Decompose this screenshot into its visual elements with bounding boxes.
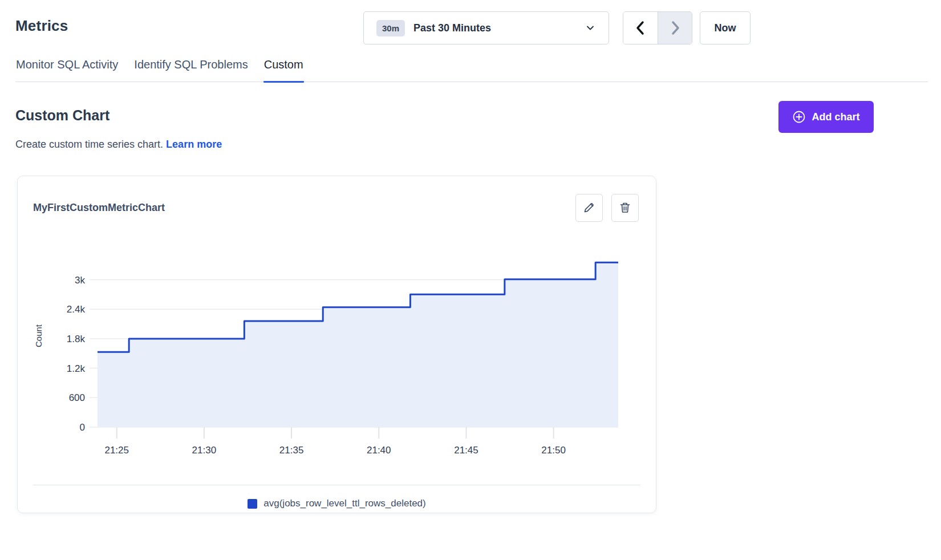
section-heading: Custom Chart	[15, 107, 109, 124]
chart-title: MyFirstCustomMetricChart	[33, 202, 165, 214]
y-axis-title: Count	[34, 324, 43, 347]
time-range-label: Past 30 Minutes	[413, 22, 586, 34]
page-title: Metrics	[15, 17, 68, 35]
custom-chart-card: MyFirstCustomMetricChart 06001.2k1.8k2.4…	[17, 176, 656, 513]
time-range-dropdown[interactable]: 30m Past 30 Minutes	[363, 11, 609, 44]
legend-swatch	[248, 499, 257, 509]
pencil-icon	[583, 201, 595, 214]
time-step-buttons	[623, 11, 692, 44]
prev-range-button[interactable]	[623, 12, 658, 44]
next-range-button[interactable]	[658, 12, 692, 44]
chevron-left-icon	[634, 21, 647, 35]
chevron-right-icon	[669, 21, 682, 35]
x-tick-label: 21:25	[104, 445, 129, 456]
trash-icon	[619, 201, 631, 214]
metrics-page: Metrics 30m Past 30 Minutes Now Monitor …	[0, 0, 941, 560]
edit-chart-button[interactable]	[575, 194, 603, 222]
x-tick-label: 21:35	[279, 445, 304, 456]
card-divider	[33, 485, 640, 485]
learn-more-link[interactable]: Learn more	[166, 139, 222, 150]
plus-circle-icon	[792, 110, 806, 124]
chart-actions	[575, 194, 639, 222]
section-description: Create custom time series chart. Learn m…	[15, 139, 222, 151]
x-tick-label: 21:30	[192, 445, 217, 456]
x-tick-label: 21:40	[367, 445, 391, 456]
y-tick-label: 1.8k	[67, 334, 86, 344]
y-tick-label: 0	[80, 422, 85, 433]
legend-label: avg(jobs_row_level_ttl_rows_deleted)	[263, 498, 425, 509]
custom-chart-svg[interactable]: 06001.2k1.8k2.4k3kCount21:2521:3021:3521…	[18, 232, 657, 463]
tab-identify-sql-problems[interactable]: Identify SQL Problems	[133, 57, 248, 82]
y-tick-label: 3k	[75, 275, 85, 286]
x-tick-label: 21:50	[541, 445, 566, 456]
y-tick-label: 2.4k	[67, 304, 86, 315]
tab-monitor-sql-activity[interactable]: Monitor SQL Activity	[15, 57, 119, 82]
add-chart-label: Add chart	[812, 111, 859, 123]
x-tick-label: 21:45	[454, 445, 478, 456]
y-tick-label: 1.2k	[67, 363, 86, 374]
chevron-down-icon	[586, 23, 595, 33]
delete-chart-button[interactable]	[611, 194, 639, 222]
now-button[interactable]: Now	[700, 11, 751, 44]
chart-card-header: MyFirstCustomMetricChart	[18, 176, 656, 222]
time-range-badge: 30m	[376, 20, 405, 36]
chart-legend[interactable]: avg(jobs_row_level_ttl_rows_deleted)	[18, 498, 656, 509]
y-tick-label: 600	[69, 392, 85, 403]
metrics-tabs: Monitor SQL Activity Identify SQL Proble…	[15, 57, 928, 82]
tab-custom[interactable]: Custom	[263, 57, 304, 82]
add-chart-button[interactable]: Add chart	[778, 101, 874, 133]
section-description-text: Create custom time series chart.	[15, 139, 163, 150]
series-area	[98, 262, 618, 427]
